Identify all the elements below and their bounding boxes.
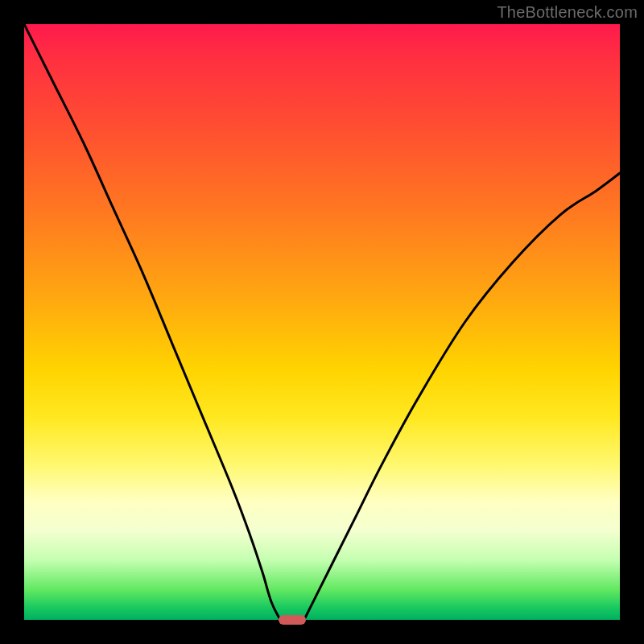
watermark-label: TheBottleneck.com — [497, 3, 638, 22]
bottleneck-curve — [24, 24, 620, 620]
chart-frame: TheBottleneck.com — [0, 0, 644, 644]
plot-area — [24, 24, 620, 620]
bottleneck-marker — [279, 615, 306, 625]
